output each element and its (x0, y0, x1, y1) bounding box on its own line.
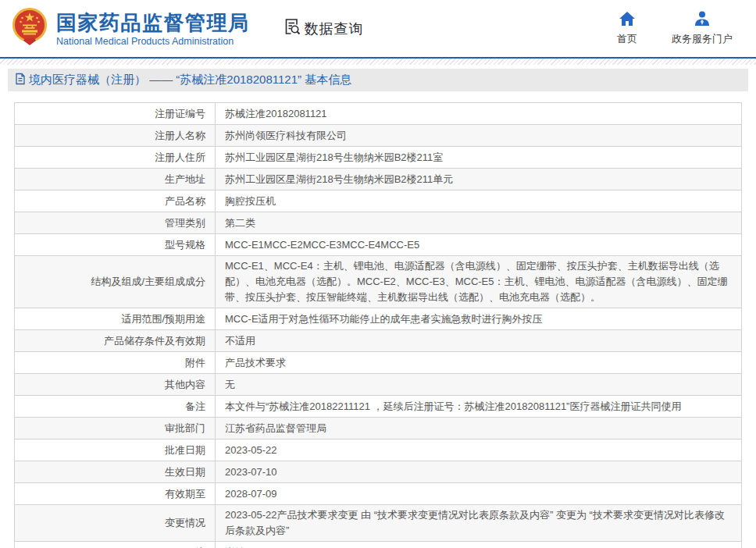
brand-text: 国家药品监督管理局 National Medical Products Admi… (56, 11, 250, 47)
header: 国家药品监督管理局 National Medical Products Admi… (0, 0, 756, 57)
row-value: 苏州尚领医疗科技有限公司 (216, 125, 742, 147)
table-row: 型号规格MCC-E1MCC-E2MCC-E3MCC-E4MCC-E5 (15, 234, 742, 256)
row-label: 生效日期 (15, 461, 216, 483)
brand: 国家药品监督管理局 National Medical Products Admi… (11, 7, 250, 51)
row-label: 其他内容 (15, 374, 216, 396)
row-value: MCC-E1MCC-E2MCC-E3MCC-E4MCC-E5 (216, 234, 742, 256)
table-row: 结构及组成/主要组成成分MCC-E1、MCC-E4：主机、锂电池、电源适配器（含… (15, 256, 742, 308)
table-row: ●注详情 (15, 542, 742, 548)
table-row: 适用范围/预期用途MCC-E适用于对急性循环功能停止的成年患者实施急救时进行胸外… (15, 308, 742, 330)
row-label: 管理类别 (15, 212, 216, 234)
row-value: 本文件与“苏械注准20182211121 ，延续后注册证号：苏械注准201820… (216, 396, 742, 418)
person-icon (694, 11, 711, 29)
nav-item-portal[interactable]: 政务服务门户 (672, 11, 733, 46)
table-row: 其他内容无 (15, 374, 742, 396)
row-label: 批准日期 (15, 439, 216, 461)
table-row: 产品名称胸腔按压机 (15, 190, 742, 212)
row-label: 注册人名称 (15, 125, 216, 147)
hatch-strip (0, 59, 756, 65)
table-row: 管理类别第二类 (15, 212, 742, 234)
page-title: 境内医疗器械（注册） —— “苏械注准20182081121” 基本信息 (29, 73, 351, 87)
table-row: 变更情况2023-05-22产品技术要求变更 由 “技术要求变更情况对比表原条款… (15, 505, 742, 542)
data-query-icon (283, 17, 305, 40)
brand-subtitle: National Medical Products Administration (56, 36, 250, 47)
row-value: 苏州工业园区星湖街218号生物纳米园B2楼211室 (216, 147, 742, 169)
row-label: 审批部门 (15, 418, 216, 439)
row-value: 详情 (216, 542, 742, 548)
info-table: 注册证编号苏械注准20182081121注册人名称苏州尚领医疗科技有限公司注册人… (14, 102, 742, 548)
row-label: 附件 (15, 352, 216, 374)
row-label: 注册证编号 (15, 103, 216, 125)
row-value: 2023-05-22产品技术要求变更 由 “技术要求变更情况对比表原条款及内容”… (216, 505, 742, 542)
row-value: 苏械注准20182081121 (216, 103, 742, 125)
row-value: 2023-05-22 (216, 439, 742, 461)
table-row: 注册证编号苏械注准20182081121 (15, 103, 742, 125)
brand-title: 国家药品监督管理局 (56, 11, 250, 34)
nav-home-label: 首页 (617, 32, 637, 46)
row-value: 2028-07-09 (216, 483, 742, 505)
home-icon (619, 11, 636, 29)
row-value: 不适用 (216, 330, 742, 352)
table-row: 有效期至2028-07-09 (15, 483, 742, 505)
row-value: MCC-E适用于对急性循环功能停止的成年患者实施急救时进行胸外按压 (216, 308, 742, 330)
dataquery-label: 数据查询 (305, 20, 364, 38)
top-nav: 首页 政务服务门户 (617, 11, 733, 46)
nav-portal-label: 政务服务门户 (672, 32, 733, 46)
nav-item-home[interactable]: 首页 (617, 11, 637, 46)
table-row: 生效日期2023-07-10 (15, 461, 742, 483)
row-label: 注册人住所 (15, 147, 216, 169)
document-icon (15, 73, 29, 87)
row-label: 生产地址 (15, 169, 216, 190)
row-value: 无 (216, 374, 742, 396)
table-row: 附件产品技术要求 (15, 352, 742, 374)
row-label: 有效期至 (15, 483, 216, 505)
section-title-bar: 境内医疗器械（注册） —— “苏械注准20182081121” 基本信息 (8, 69, 748, 91)
row-value: 第二类 (216, 212, 742, 234)
row-label: 产品储存条件及有效期 (15, 330, 216, 352)
row-value: MCC-E1、MCC-E4：主机、锂电池、电源适配器（含电源线）、固定绷带、按压… (216, 256, 742, 308)
row-value: 苏州工业园区星湖街218号生物纳米园B2楼211单元 (216, 169, 742, 190)
row-value: 产品技术要求 (216, 352, 742, 374)
row-label: 变更情况 (15, 505, 216, 542)
row-label: 产品名称 (15, 190, 216, 212)
row-value: 江苏省药品监督管理局 (216, 418, 742, 439)
dataquery-section: 数据查询 (283, 17, 364, 40)
row-value: 2023-07-10 (216, 461, 742, 483)
row-label: 型号规格 (15, 234, 216, 256)
table-row: 产品储存条件及有效期不适用 (15, 330, 742, 352)
table-row: 审批部门江苏省药品监督管理局 (15, 418, 742, 439)
table-row: 注册人名称苏州尚领医疗科技有限公司 (15, 125, 742, 147)
table-row: 批准日期2023-05-22 (15, 439, 742, 461)
row-label: 适用范围/预期用途 (15, 308, 216, 330)
info-table-body: 注册证编号苏械注准20182081121注册人名称苏州尚领医疗科技有限公司注册人… (15, 103, 742, 548)
table-row: 备注本文件与“苏械注准20182211121 ，延续后注册证号：苏械注准2018… (15, 396, 742, 418)
row-label: 备注 (15, 396, 216, 418)
table-row: 注册人住所苏州工业园区星湖街218号生物纳米园B2楼211室 (15, 147, 742, 169)
national-emblem-logo (11, 7, 48, 51)
row-value: 胸腔按压机 (216, 190, 742, 212)
row-label: ●注 (15, 542, 216, 548)
row-label: 结构及组成/主要组成成分 (15, 256, 216, 308)
table-row: 生产地址苏州工业园区星湖街218号生物纳米园B2楼211单元 (15, 169, 742, 190)
